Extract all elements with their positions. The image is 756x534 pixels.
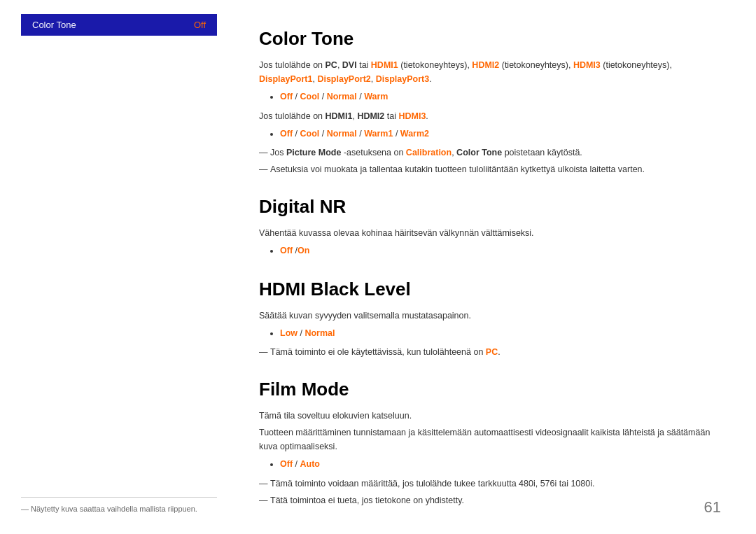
film-mode-note1: Tämä toiminto voidaan määrittää, jos tul…: [259, 477, 721, 491]
color-tone-note1: Jos Picture Mode -asetuksena on Calibrat…: [259, 146, 721, 160]
sidebar-color-tone-item[interactable]: Color Tone Off: [21, 14, 217, 36]
hdmi-black-level-section: HDMI Black Level Säätää kuvan syvyyden v…: [259, 279, 721, 360]
sidebar-footer-text: ― Näytetty kuva saattaa vaihdella mallis…: [21, 505, 217, 513]
bullet-item: Low / Normal: [280, 325, 721, 342]
hdmi-black-level-bullets: Low / Normal: [280, 325, 721, 342]
digital-nr-para1: Vähentää kuvassa olevaa kohinaa häiritse…: [259, 226, 721, 240]
bullet-item: Off / Cool / Normal / Warm: [280, 89, 721, 105]
main-content: Color Tone Jos tulolähde on PC, DVI tai …: [238, 0, 756, 534]
film-mode-para2: Tuotteen määrittäminen tunnistamaan ja k…: [259, 426, 721, 454]
film-mode-title: Film Mode: [259, 379, 721, 400]
color-tone-section: Color Tone Jos tulolähde on PC, DVI tai …: [259, 28, 721, 176]
digital-nr-section: Digital NR Vähentää kuvassa olevaa kohin…: [259, 196, 721, 259]
film-mode-bullets: Off / Auto: [280, 456, 721, 472]
page-number: 61: [704, 498, 721, 517]
bullet-item: Off / Auto: [280, 456, 721, 472]
sidebar-item-label: Color Tone: [32, 20, 76, 30]
color-tone-bullets2: Off / Cool / Normal / Warm1 / Warm2: [280, 126, 721, 142]
sidebar-footer: ― Näytetty kuva saattaa vaihdella mallis…: [21, 497, 217, 513]
sidebar: Color Tone Off ― Näytetty kuva saattaa v…: [0, 0, 238, 534]
hdmi-black-level-title: HDMI Black Level: [259, 279, 721, 300]
color-tone-para2: Jos tulolähde on HDMI1, HDMI2 tai HDMI3.: [259, 109, 721, 123]
color-tone-title: Color Tone: [259, 28, 721, 50]
digital-nr-bullets: Off /On: [280, 243, 721, 259]
hdmi-black-level-note1: Tämä toiminto ei ole käytettävissä, kun …: [259, 345, 721, 359]
color-tone-bullets1: Off / Cool / Normal / Warm: [280, 89, 721, 105]
sidebar-item-value: Off: [194, 20, 206, 30]
film-mode-para1: Tämä tila soveltuu elokuvien katseluun.: [259, 409, 721, 423]
film-mode-note2: Tätä toimintoa ei tueta, jos tietokone o…: [259, 493, 721, 507]
hdmi-black-level-para1: Säätää kuvan syvyyden valitsemalla musta…: [259, 309, 721, 323]
bullet-item: Off /On: [280, 243, 721, 259]
bullet-item: Off / Cool / Normal / Warm1 / Warm2: [280, 126, 721, 142]
film-mode-section: Film Mode Tämä tila soveltuu elokuvien k…: [259, 379, 721, 507]
color-tone-para1: Jos tulolähde on PC, DVI tai HDMI1 (tiet…: [259, 58, 721, 86]
color-tone-note2: Asetuksia voi muokata ja tallentaa kutak…: [259, 162, 721, 176]
digital-nr-title: Digital NR: [259, 196, 721, 218]
